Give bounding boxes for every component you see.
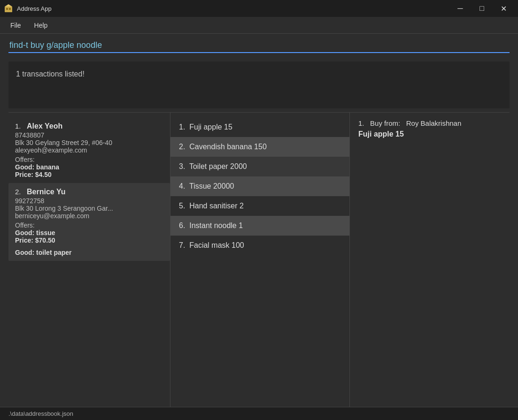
panel-goods: 1. Fuji apple 15 2. Cavendish banana 150…	[170, 113, 350, 407]
svg-rect-2	[6, 8, 8, 10]
buy-from-label: Buy from:	[370, 119, 400, 127]
person-price: Price: $70.50	[15, 237, 163, 244]
title-bar: Address App ─ □ ✕	[0, 0, 518, 17]
person-index: 2. Bernice Yu	[15, 188, 163, 196]
status-path: .\data\addressbook.json	[8, 410, 73, 417]
window-controls: ─ □ ✕	[449, 0, 514, 17]
app-icon	[4, 4, 13, 13]
maximize-button[interactable]: □	[471, 0, 493, 17]
person-email: berniceyu@example.com	[15, 212, 163, 220]
person-price: Price: $4.50	[15, 171, 163, 178]
panel-persons: 1. Alex Yeoh 87438807 Blk 30 Geylang Str…	[8, 113, 170, 407]
svg-marker-1	[5, 4, 12, 7]
main-panels: 1. Alex Yeoh 87438807 Blk 30 Geylang Str…	[8, 112, 510, 407]
menu-help[interactable]: Help	[28, 19, 54, 32]
person-good2: Good: toilet paper	[15, 249, 163, 256]
search-input[interactable]	[8, 38, 510, 53]
title-bar-left: Address App	[4, 4, 52, 13]
person-good: Good: banana	[15, 163, 163, 171]
person-item[interactable]: 1. Alex Yeoh 87438807 Blk 30 Geylang Str…	[8, 117, 170, 183]
result-text: 1 transactions listed!	[16, 70, 85, 78]
svg-rect-0	[5, 7, 12, 12]
result-area: 1 transactions listed!	[8, 61, 510, 108]
good-item[interactable]: 2. Cavendish banana 150	[170, 137, 349, 157]
person-item[interactable]: 2. Bernice Yu 99272758 Blk 30 Lorong 3 S…	[8, 183, 170, 261]
person-phone: 87438807	[15, 131, 163, 139]
menu-bar: File Help	[0, 17, 518, 34]
person-name: Bernice Yu	[27, 188, 65, 196]
good-item[interactable]: 5. Hand sanitiser 2	[170, 196, 349, 216]
person-good: Good: tissue	[15, 229, 163, 237]
app-title: Address App	[17, 5, 52, 12]
status-bar: .\data\addressbook.json	[0, 407, 518, 420]
close-button[interactable]: ✕	[493, 0, 514, 17]
person-offers-label: Offers:	[15, 221, 163, 229]
person-index: 1. Alex Yeoh	[15, 122, 163, 130]
search-bar	[0, 34, 518, 58]
person-address: Blk 30 Geylang Street 29, #06-40	[15, 139, 163, 146]
person-address: Blk 30 Lorong 3 Serangoon Gar...	[15, 205, 163, 212]
good-item[interactable]: 1. Fuji apple 15	[170, 117, 349, 137]
detail-good: Fuji apple 15	[358, 130, 501, 138]
person-name: Alex Yeoh	[27, 122, 62, 130]
svg-rect-3	[9, 8, 11, 10]
menu-file[interactable]: File	[4, 19, 28, 32]
panel-detail: 1. Buy from: Roy Balakrishnan Fuji apple…	[350, 113, 510, 407]
good-item[interactable]: 4. Tissue 20000	[170, 176, 349, 196]
person-email: alexyeoh@example.com	[15, 146, 163, 154]
buy-from-name: Roy Balakrishnan	[406, 119, 462, 127]
person-offers-label: Offers:	[15, 156, 163, 163]
good-item[interactable]: 7. Facial mask 100	[170, 236, 349, 255]
minimize-button[interactable]: ─	[449, 0, 471, 17]
detail-transaction: 1. Buy from: Roy Balakrishnan	[358, 119, 501, 127]
good-item[interactable]: 6. Instant noodle 1	[170, 216, 349, 236]
good-item[interactable]: 3. Toilet paper 2000	[170, 157, 349, 176]
person-phone: 99272758	[15, 197, 163, 205]
